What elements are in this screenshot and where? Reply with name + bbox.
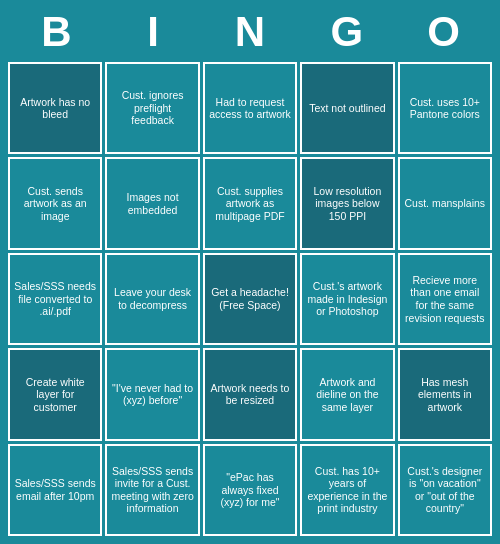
bingo-cell-0[interactable]: Artwork has no bleed bbox=[8, 62, 102, 154]
bingo-cell-19[interactable]: Has mesh elements in artwork bbox=[398, 348, 492, 440]
bingo-cell-1[interactable]: Cust. ignores preflight feedback bbox=[105, 62, 199, 154]
letter-g: G bbox=[303, 8, 390, 56]
bingo-cell-8[interactable]: Low resolution images below 150 PPI bbox=[300, 157, 394, 249]
letter-b: B bbox=[13, 8, 100, 56]
bingo-cell-5[interactable]: Cust. sends artwork as an image bbox=[8, 157, 102, 249]
letter-o: O bbox=[400, 8, 487, 56]
bingo-cell-17[interactable]: Artwork needs to be resized bbox=[203, 348, 297, 440]
bingo-cell-7[interactable]: Cust. supplies artwork as multipage PDF bbox=[203, 157, 297, 249]
bingo-cell-11[interactable]: Leave your desk to decompress bbox=[105, 253, 199, 345]
bingo-cell-2[interactable]: Had to request access to artwork bbox=[203, 62, 297, 154]
bingo-cell-20[interactable]: Sales/SSS sends email after 10pm bbox=[8, 444, 102, 536]
bingo-cell-4[interactable]: Cust. uses 10+ Pantone colors bbox=[398, 62, 492, 154]
bingo-cell-22[interactable]: "ePac has always fixed (xyz) for me" bbox=[203, 444, 297, 536]
bingo-grid: Artwork has no bleedCust. ignores prefli… bbox=[8, 62, 492, 536]
letter-n: N bbox=[206, 8, 293, 56]
bingo-cell-3[interactable]: Text not outlined bbox=[300, 62, 394, 154]
bingo-cell-10[interactable]: Sales/SSS needs file converted to .ai/.p… bbox=[8, 253, 102, 345]
bingo-cell-21[interactable]: Sales/SSS sends invite for a Cust. meeti… bbox=[105, 444, 199, 536]
bingo-title: B I N G O bbox=[8, 8, 492, 56]
letter-i: I bbox=[110, 8, 197, 56]
bingo-cell-18[interactable]: Artwork and dieline on the same layer bbox=[300, 348, 394, 440]
bingo-cell-24[interactable]: Cust.'s designer is "on vacation" or "ou… bbox=[398, 444, 492, 536]
bingo-cell-23[interactable]: Cust. has 10+ years of experience in the… bbox=[300, 444, 394, 536]
bingo-cell-6[interactable]: Images not embedded bbox=[105, 157, 199, 249]
bingo-cell-13[interactable]: Cust.'s artwork made in Indesign or Phot… bbox=[300, 253, 394, 345]
bingo-cell-16[interactable]: "I've never had to (xyz) before" bbox=[105, 348, 199, 440]
bingo-cell-9[interactable]: Cust. mansplains bbox=[398, 157, 492, 249]
bingo-cell-14[interactable]: Recieve more than one email for the same… bbox=[398, 253, 492, 345]
bingo-cell-12[interactable]: Get a headache! (Free Space) bbox=[203, 253, 297, 345]
bingo-cell-15[interactable]: Create white layer for customer bbox=[8, 348, 102, 440]
